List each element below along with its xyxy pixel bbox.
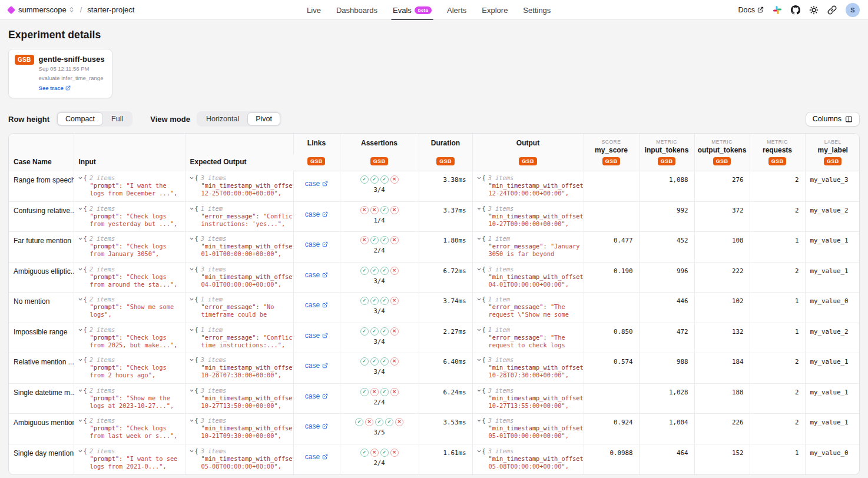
input-cell[interactable]: {2 items"prompt": "Show me thelogs at 20…: [74, 383, 185, 414]
expected-output-cell[interactable]: {3 items"min_timestamp_with_offset"10-28…: [185, 353, 293, 384]
col-header-assertions[interactable]: Assertions: [340, 134, 419, 154]
view-mode-option-horizontal[interactable]: Horizontal: [198, 112, 247, 125]
chevron-down-icon[interactable]: [476, 388, 482, 393]
case-name-cell[interactable]: Range from speech: [9, 171, 74, 202]
col-header-input-tokens[interactable]: METRIC input_tokens: [639, 134, 694, 154]
output-cell[interactable]: {1 item"error_message": "January3050 is …: [472, 232, 584, 263]
chevron-down-icon[interactable]: [78, 297, 83, 302]
input-cell[interactable]: {2 items"prompt": "Check logsfrom Januar…: [74, 232, 185, 263]
col-header-links[interactable]: Links: [293, 134, 340, 154]
output-cell[interactable]: {3 items"min_timestamp_with_offset"10-28…: [472, 353, 584, 384]
case-link[interactable]: case: [305, 392, 328, 400]
assertions-cell[interactable]: ✓✓✓✕3/4: [340, 293, 419, 323]
case-link[interactable]: case: [305, 453, 328, 461]
assertions-cell[interactable]: ✓✓✓✕3/4: [340, 353, 419, 384]
output-cell[interactable]: {3 items"min_timestamp_with_offset"04-01…: [472, 262, 584, 293]
chevron-down-icon[interactable]: [476, 297, 482, 302]
chevron-down-icon[interactable]: [78, 206, 83, 211]
case-link[interactable]: case: [305, 301, 328, 309]
chevron-down-icon[interactable]: [78, 267, 83, 272]
github-icon[interactable]: [791, 5, 800, 15]
chevron-down-icon[interactable]: [189, 206, 194, 211]
col-header-requests[interactable]: METRIC requests: [750, 134, 805, 154]
assertions-cell[interactable]: ✕✓✓✕2/4: [340, 232, 419, 263]
case-name-cell[interactable]: Far future mention: [9, 232, 74, 263]
case-name-cell[interactable]: No mention: [9, 293, 74, 323]
chevron-down-icon[interactable]: [476, 357, 482, 363]
org-switcher[interactable]: summerscope: [18, 5, 75, 14]
output-cell[interactable]: {1 item"error_message": "Therequest to c…: [472, 323, 584, 353]
chevron-down-icon[interactable]: [476, 236, 482, 241]
expected-output-cell[interactable]: {1 item"error_message": "Conflictiinstru…: [185, 201, 293, 232]
col-header-case-name[interactable]: Case Name: [9, 134, 74, 171]
case-name-cell[interactable]: Confusing relative...: [9, 201, 74, 232]
col-header-duration[interactable]: Duration: [419, 134, 472, 154]
case-name-cell[interactable]: Relative mention ...: [9, 353, 74, 384]
chevron-down-icon[interactable]: [189, 418, 194, 423]
link-icon[interactable]: [827, 5, 837, 15]
input-cell[interactable]: {2 items"prompt": "I want thelogs from D…: [74, 171, 185, 202]
case-link[interactable]: case: [305, 331, 328, 340]
nav-tab-explore[interactable]: Explore: [474, 0, 515, 20]
col-header-my-score[interactable]: SCORE my_score: [584, 134, 639, 154]
row-height-option-full[interactable]: Full: [103, 112, 131, 125]
output-cell[interactable]: {3 items"min_timestamp_with_offset"10-27…: [472, 383, 584, 414]
assertions-cell[interactable]: ✓✕✓✓✕3/5: [340, 414, 419, 444]
case-link[interactable]: case: [305, 180, 328, 188]
nav-tab-settings[interactable]: Settings: [515, 0, 558, 20]
col-header-my-label[interactable]: LABEL my_label: [805, 134, 860, 154]
case-link[interactable]: case: [305, 240, 328, 248]
slack-icon[interactable]: [773, 5, 782, 15]
nav-tab-evals[interactable]: Evalsbeta: [385, 0, 439, 20]
input-cell[interactable]: {2 items"prompt": "Show me somelogs",: [74, 293, 185, 323]
chevron-down-icon[interactable]: [78, 327, 83, 333]
output-cell[interactable]: {3 items"min_timestamp_with_offset"10-27…: [472, 201, 584, 232]
expected-output-cell[interactable]: {1 item"error_message": "Conflictitime i…: [185, 323, 293, 353]
expected-output-cell[interactable]: {3 items"min_timestamp_with_offset"10-21…: [185, 414, 293, 444]
output-cell[interactable]: {3 items"min_timestamp_with_offset"05-01…: [472, 414, 584, 444]
case-name-cell[interactable]: Ambiguous elliptic...: [9, 262, 74, 293]
output-cell[interactable]: {3 items"min_timestamp_with_offset"12-24…: [472, 171, 584, 202]
assertions-cell[interactable]: ✕✕✓✕1/4: [340, 201, 419, 232]
case-name-cell[interactable]: Single day mention: [9, 444, 74, 474]
col-header-output[interactable]: Output: [472, 134, 584, 154]
assertions-cell[interactable]: ✓✕✓✕2/4: [340, 444, 419, 474]
docs-link[interactable]: Docs: [738, 6, 764, 14]
chevron-down-icon[interactable]: [189, 175, 194, 181]
case-name-cell[interactable]: Single datetime m...: [9, 383, 74, 414]
chevron-down-icon[interactable]: [189, 449, 194, 454]
case-link[interactable]: case: [305, 210, 328, 218]
chevron-down-icon[interactable]: [78, 449, 83, 454]
expected-output-cell[interactable]: {3 items"min_timestamp_with_offset"04-01…: [185, 262, 293, 293]
assertions-cell[interactable]: ✓✓✓✕3/4: [340, 323, 419, 353]
input-cell[interactable]: {2 items"prompt": "Check logsfrom last w…: [74, 414, 185, 444]
chevron-down-icon[interactable]: [189, 327, 194, 333]
avatar[interactable]: S: [846, 3, 860, 17]
case-link[interactable]: case: [305, 422, 328, 430]
input-cell[interactable]: {2 items"prompt": "I want to seelogs fro…: [74, 444, 185, 474]
chevron-down-icon[interactable]: [476, 206, 482, 211]
project-name[interactable]: starter-project: [87, 5, 134, 14]
nav-tab-alerts[interactable]: Alerts: [439, 0, 474, 20]
case-link[interactable]: case: [305, 271, 328, 279]
chevron-down-icon[interactable]: [189, 388, 194, 393]
chevron-down-icon[interactable]: [476, 175, 482, 181]
col-header-expected-output[interactable]: Expected Output: [185, 134, 293, 171]
col-header-output-tokens[interactable]: METRIC output_tokens: [694, 134, 750, 154]
row-height-option-compact[interactable]: Compact: [57, 112, 103, 125]
see-trace-link[interactable]: See trace: [39, 85, 71, 91]
assertions-cell[interactable]: ✓✓✓✕3/4: [340, 262, 419, 293]
chevron-down-icon[interactable]: [476, 418, 482, 423]
assertions-cell[interactable]: ✓✓✓✕3/4: [340, 171, 419, 202]
expected-output-cell[interactable]: {3 items"min_timestamp_with_offset"05-08…: [185, 444, 293, 474]
expected-output-cell[interactable]: {3 items"min_timestamp_with_offset"10-27…: [185, 383, 293, 414]
case-link[interactable]: case: [305, 361, 328, 370]
chevron-down-icon[interactable]: [78, 357, 83, 363]
chevron-down-icon[interactable]: [476, 327, 482, 333]
chevron-down-icon[interactable]: [189, 267, 194, 272]
case-name-cell[interactable]: Ambiguous mention: [9, 414, 74, 444]
chevron-down-icon[interactable]: [189, 357, 194, 363]
output-cell[interactable]: {1 item"error_message": "Therequest \"Sh…: [472, 293, 584, 323]
input-cell[interactable]: {2 items"prompt": "Check logsfrom 2 hour…: [74, 353, 185, 384]
expected-output-cell[interactable]: {3 items"min_timestamp_with_offset"12-25…: [185, 171, 293, 202]
